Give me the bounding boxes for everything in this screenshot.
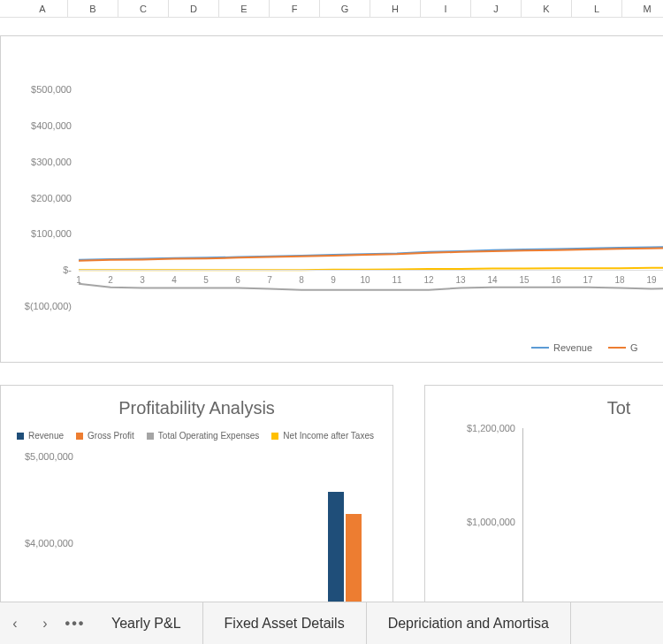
legend-swatch-revenue bbox=[531, 347, 549, 349]
worksheet-area: $(100,000)$-$100,000$200,000$300,000$400… bbox=[0, 18, 663, 602]
tab-yearly-pl[interactable]: Yearly P&L bbox=[90, 602, 203, 645]
legend2-label-gross: Gross Profit bbox=[88, 431, 134, 441]
x-axis-tick: 16 bbox=[551, 275, 560, 285]
tab-nav-next[interactable]: › bbox=[30, 602, 60, 645]
tab-nav-prev[interactable]: ‹ bbox=[0, 602, 30, 645]
tab-label: Depriciation and Amortisa bbox=[388, 616, 549, 632]
x-axis-tick: 9 bbox=[331, 275, 336, 285]
y2-tick-5m: $5,000,000 bbox=[25, 451, 73, 462]
legend-label-revenue: Revenue bbox=[553, 342, 592, 353]
x-axis-tick: 3 bbox=[140, 275, 145, 285]
legend-gross: G bbox=[608, 342, 638, 353]
column-header[interactable]: F bbox=[270, 0, 320, 17]
legend2-net: Net Income after Taxes bbox=[271, 431, 374, 441]
column-header[interactable]: K bbox=[522, 0, 572, 17]
x-axis-tick: 15 bbox=[519, 275, 529, 285]
x-axis-line bbox=[79, 270, 663, 271]
column-header[interactable]: G bbox=[320, 0, 370, 17]
ellipsis-icon: ••• bbox=[65, 616, 86, 632]
column-header[interactable]: J bbox=[471, 0, 522, 17]
profitability-legend: Revenue Gross Profit Total Operating Exp… bbox=[17, 431, 382, 441]
x-axis-tick: 17 bbox=[583, 275, 592, 285]
column-header[interactable]: E bbox=[219, 0, 270, 17]
x-axis-tick: 8 bbox=[299, 275, 304, 285]
swatch-gross bbox=[76, 433, 83, 440]
x-axis-tick: 2 bbox=[108, 275, 113, 285]
y3-tick-12: $1,200,000 bbox=[467, 423, 515, 433]
total-chart-yaxis bbox=[522, 428, 523, 602]
column-header[interactable]: C bbox=[118, 0, 169, 17]
swatch-net bbox=[271, 433, 278, 440]
y-axis-tick: $(100,000) bbox=[25, 301, 72, 311]
x-axis-tick: 13 bbox=[455, 275, 465, 285]
column-header[interactable]: I bbox=[421, 0, 471, 17]
tab-fixed-asset[interactable]: Fixed Asset Details bbox=[203, 602, 367, 645]
line-chart-legend: Revenue G bbox=[531, 342, 638, 353]
total-chart-plot: $1,200,000 $1,000,000 $800,000 bbox=[522, 428, 663, 602]
x-axis-tick: 19 bbox=[646, 275, 656, 285]
legend2-label-revenue: Revenue bbox=[28, 431, 64, 441]
x-axis-tick: 12 bbox=[423, 275, 433, 285]
x-axis-tick: 1 bbox=[76, 275, 81, 285]
y-axis-tick: $- bbox=[63, 264, 72, 275]
line-chart[interactable]: $(100,000)$-$100,000$200,000$300,000$400… bbox=[0, 35, 663, 363]
tab-label: Fixed Asset Details bbox=[225, 616, 345, 632]
tab-label: Yearly P&L bbox=[111, 616, 181, 632]
column-header[interactable]: L bbox=[572, 0, 622, 17]
profitability-chart[interactable]: Profitability Analysis Revenue Gross Pro… bbox=[0, 385, 393, 602]
y-axis-tick: $500,000 bbox=[31, 84, 72, 95]
legend2-revenue: Revenue bbox=[17, 431, 64, 441]
chart-series-revenue bbox=[79, 242, 663, 260]
chart-series-total-operating-expenses bbox=[79, 280, 663, 290]
legend-swatch-gross bbox=[608, 347, 626, 349]
legend2-exp: Total Operating Expenses bbox=[147, 431, 260, 441]
tab-nav-more[interactable]: ••• bbox=[60, 602, 90, 645]
x-axis-tick: 4 bbox=[171, 275, 177, 285]
column-header[interactable]: B bbox=[68, 0, 118, 17]
chevron-left-icon: ‹ bbox=[12, 616, 17, 632]
y-axis-tick: $400,000 bbox=[31, 120, 72, 131]
x-axis-tick: 6 bbox=[235, 275, 240, 285]
column-header[interactable]: A bbox=[18, 0, 68, 17]
sheet-tab-bar: ‹ › ••• Yearly P&L Fixed Asset Details D… bbox=[0, 602, 663, 644]
x-axis-tick: 5 bbox=[203, 275, 209, 285]
profitability-plot: $5,000,000 $4,000,000 $3,000,000 bbox=[80, 456, 372, 602]
column-header[interactable]: D bbox=[169, 0, 219, 17]
total-chart-title: Tot bbox=[425, 398, 663, 418]
y-axis-tick: $300,000 bbox=[31, 157, 72, 167]
bar-gross bbox=[346, 514, 362, 602]
row-corner bbox=[0, 0, 18, 17]
chevron-right-icon: › bbox=[42, 616, 47, 632]
line-chart-plot: $(100,000)$-$100,000$200,000$300,000$400… bbox=[79, 72, 663, 306]
x-axis-tick: 14 bbox=[487, 275, 497, 285]
y-axis-tick: $100,000 bbox=[31, 228, 72, 239]
legend2-gross: Gross Profit bbox=[76, 431, 134, 441]
x-axis-tick: 10 bbox=[360, 275, 370, 285]
x-axis-tick: 7 bbox=[267, 275, 272, 285]
y3-tick-10: $1,000,000 bbox=[467, 517, 515, 527]
y2-tick-4m: $4,000,000 bbox=[25, 538, 73, 548]
column-header[interactable]: H bbox=[370, 0, 421, 17]
bar-revenue bbox=[328, 492, 344, 602]
swatch-revenue bbox=[17, 433, 24, 440]
legend2-label-net: Net Income after Taxes bbox=[283, 431, 374, 441]
x-axis-tick: 11 bbox=[392, 275, 401, 285]
legend-label-gross: G bbox=[630, 342, 638, 353]
line-chart-svg bbox=[79, 72, 663, 306]
total-chart[interactable]: Tot $1,200,000 $1,000,000 $800,000 bbox=[424, 385, 663, 602]
legend2-label-exp: Total Operating Expenses bbox=[158, 431, 260, 441]
swatch-exp bbox=[147, 433, 154, 440]
profitability-title: Profitability Analysis bbox=[1, 398, 392, 418]
y-axis-tick: $200,000 bbox=[31, 193, 72, 203]
column-header-row: ABCDEFGHIJKLM bbox=[0, 0, 663, 18]
legend-revenue: Revenue bbox=[531, 342, 592, 353]
x-axis-tick: 18 bbox=[614, 275, 624, 285]
column-header[interactable]: M bbox=[622, 0, 663, 17]
tab-depreciation[interactable]: Depriciation and Amortisa bbox=[367, 602, 571, 645]
